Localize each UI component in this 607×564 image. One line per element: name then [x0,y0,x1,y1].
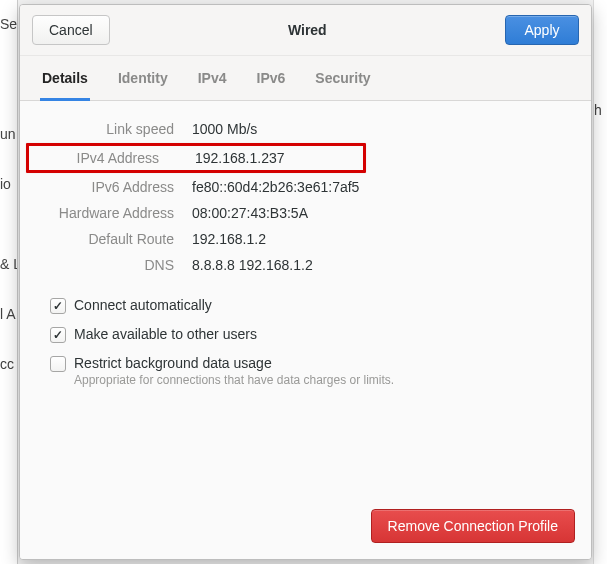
apply-button[interactable]: Apply [505,15,579,45]
tab-ipv6[interactable]: IPv6 [255,56,288,101]
hardware-address-label: Hardware Address [44,205,174,221]
background-window-right: h [593,0,607,564]
dialog-header: Cancel Wired Apply [20,5,591,56]
dns-value: 8.8.8.8 192.168.1.2 [192,257,567,273]
default-route-label: Default Route [44,231,174,247]
tab-ipv4[interactable]: IPv4 [196,56,229,101]
restrict-data-checkbox[interactable] [50,356,66,372]
make-available-row[interactable]: Make available to other users [50,326,567,343]
link-speed-label: Link speed [44,121,174,137]
ipv6-address-value: fe80::60d4:2b26:3e61:7af5 [192,179,567,195]
make-available-label: Make available to other users [74,326,257,342]
restrict-data-sublabel: Appropriate for connections that have da… [74,373,394,387]
remove-profile-button[interactable]: Remove Connection Profile [371,509,575,543]
connection-dialog: Cancel Wired Apply Details Identity IPv4… [19,4,592,560]
details-grid: Link speed 1000 Mb/s IPv4 Address 192.16… [44,121,567,273]
connect-automatically-label: Connect automatically [74,297,212,313]
dns-label: DNS [44,257,174,273]
hardware-address-value: 08:00:27:43:B3:5A [192,205,567,221]
cancel-button[interactable]: Cancel [32,15,110,45]
details-panel: Link speed 1000 Mb/s IPv4 Address 192.16… [20,101,591,495]
tab-details[interactable]: Details [40,56,90,101]
background-window-left: Se un io & L l A cc [0,0,18,564]
tab-bar: Details Identity IPv4 IPv6 Security [20,56,591,101]
restrict-data-label: Restrict background data usage [74,355,394,371]
ipv4-address-label: IPv4 Address [29,150,159,166]
options-group: Connect automatically Make available to … [44,297,567,387]
make-available-checkbox[interactable] [50,327,66,343]
ipv6-address-label: IPv6 Address [44,179,174,195]
tab-identity[interactable]: Identity [116,56,170,101]
tab-security[interactable]: Security [313,56,372,101]
ipv4-highlight: IPv4 Address 192.168.1.237 [26,143,366,173]
link-speed-value: 1000 Mb/s [192,121,567,137]
restrict-data-row[interactable]: Restrict background data usage Appropria… [50,355,567,387]
connect-automatically-checkbox[interactable] [50,298,66,314]
connect-automatically-row[interactable]: Connect automatically [50,297,567,314]
ipv4-address-value: 192.168.1.237 [195,150,363,166]
dialog-title: Wired [110,22,505,38]
dialog-footer: Remove Connection Profile [20,495,591,559]
default-route-value: 192.168.1.2 [192,231,567,247]
